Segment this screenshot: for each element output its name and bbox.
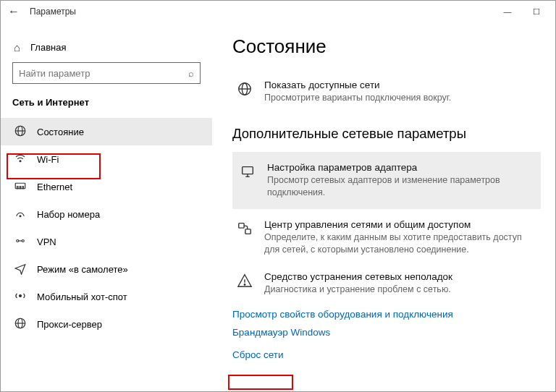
dialup-icon xyxy=(14,207,27,222)
troubleshoot-sub: Диагностика и устранение проблем с сетью… xyxy=(264,284,452,296)
home-icon: ⌂ xyxy=(14,41,20,54)
troubleshoot-title: Средство устранения сетевых неполадок xyxy=(264,271,452,282)
sidebar: ⌂ Главная Найти параметр ⌕ Сеть и Интерн… xyxy=(1,22,212,391)
adapter-sub: Просмотр сетевых адаптеров и изменение п… xyxy=(267,174,534,199)
sidebar-item-label: Мобильный хот-спот xyxy=(37,291,127,302)
globe-icon xyxy=(237,81,254,104)
sharing-icon xyxy=(237,221,254,256)
link-firewall[interactable]: Брандмауэр Windows xyxy=(232,327,541,338)
sidebar-home-label: Главная xyxy=(30,42,66,53)
sidebar-item-vpn[interactable]: VPN xyxy=(1,228,212,255)
advanced-heading: Дополнительные сетевые параметры xyxy=(232,126,541,142)
maximize-button[interactable]: ☐ xyxy=(522,1,551,22)
svg-rect-15 xyxy=(243,166,253,174)
sidebar-item-dialup[interactable]: Набор номера xyxy=(1,200,212,228)
back-button[interactable]: ← xyxy=(8,5,20,18)
adapter-title: Настройка параметров адаптера xyxy=(267,162,534,173)
sidebar-item-proxy[interactable]: Прокси-сервер xyxy=(1,310,212,338)
sidebar-item-status[interactable]: Состояние xyxy=(1,118,212,145)
globe-icon xyxy=(14,124,27,140)
warning-icon xyxy=(237,273,254,296)
search-placeholder: Найти параметр xyxy=(19,68,90,79)
proxy-icon xyxy=(14,317,27,332)
link-network-reset[interactable]: Сброс сети xyxy=(232,349,284,360)
svg-point-2 xyxy=(20,160,21,161)
sharing-sub: Определите, к каким данным вы хотите пре… xyxy=(264,231,536,256)
sidebar-item-label: Состояние xyxy=(37,127,84,137)
sidebar-item-label: Набор номера xyxy=(37,209,100,220)
sidebar-item-hotspot[interactable]: Мобильный хот-спот xyxy=(1,283,212,310)
sidebar-item-airplane[interactable]: Режим «в самолете» xyxy=(1,255,212,283)
sidebar-item-ethernet[interactable]: Ethernet xyxy=(1,173,212,200)
search-icon: ⌕ xyxy=(188,68,194,79)
adapter-icon xyxy=(240,163,257,199)
sidebar-item-label: Режим «в самолете» xyxy=(37,264,128,275)
svg-rect-16 xyxy=(239,223,244,227)
hotspot-icon xyxy=(14,289,27,304)
sidebar-section-label: Сеть и Интернет xyxy=(1,97,212,118)
show-networks-row[interactable]: Показать доступные сети Просмотрите вари… xyxy=(232,74,541,110)
troubleshoot-row[interactable]: Средство устранения сетевых неполадок Ди… xyxy=(232,265,541,302)
show-networks-sub: Просмотрите варианты подключения вокруг. xyxy=(264,92,451,104)
window-title: Параметры xyxy=(30,7,76,17)
sharing-center-row[interactable]: Центр управления сетями и общим доступом… xyxy=(232,213,541,262)
svg-point-18 xyxy=(244,284,245,285)
svg-rect-5 xyxy=(20,186,21,188)
svg-point-8 xyxy=(17,239,19,242)
sidebar-item-wifi[interactable]: Wi-Fi xyxy=(1,145,212,173)
sidebar-item-label: VPN xyxy=(37,237,56,247)
content-pane: Состояние Показать доступные сети Просмо… xyxy=(212,22,555,391)
adapter-settings-row[interactable]: Настройка параметров адаптера Просмотр с… xyxy=(232,152,541,209)
sidebar-item-label: Прокси-сервер xyxy=(37,319,102,330)
highlight-box-reset xyxy=(228,375,293,390)
sidebar-home[interactable]: ⌂ Главная xyxy=(1,37,212,62)
svg-rect-6 xyxy=(22,186,24,188)
plane-icon xyxy=(14,262,27,277)
link-hardware-properties[interactable]: Просмотр свойств оборудования и подключе… xyxy=(232,309,541,320)
svg-rect-4 xyxy=(17,186,19,188)
vpn-icon xyxy=(14,234,27,250)
titlebar: ← Параметры — ☐ xyxy=(1,1,555,22)
search-input[interactable]: Найти параметр ⌕ xyxy=(12,62,201,84)
svg-point-10 xyxy=(20,294,22,297)
svg-point-7 xyxy=(20,215,21,216)
svg-rect-17 xyxy=(245,229,250,234)
page-title: Состояние xyxy=(232,35,541,58)
sharing-title: Центр управления сетями и общим доступом xyxy=(264,219,536,230)
show-networks-title: Показать доступные сети xyxy=(264,80,451,90)
wifi-icon xyxy=(14,152,27,167)
sidebar-item-label: Ethernet xyxy=(37,182,72,192)
minimize-button[interactable]: — xyxy=(493,1,522,22)
ethernet-icon xyxy=(14,179,27,195)
sidebar-item-label: Wi-Fi xyxy=(37,154,59,165)
svg-point-9 xyxy=(22,239,24,242)
